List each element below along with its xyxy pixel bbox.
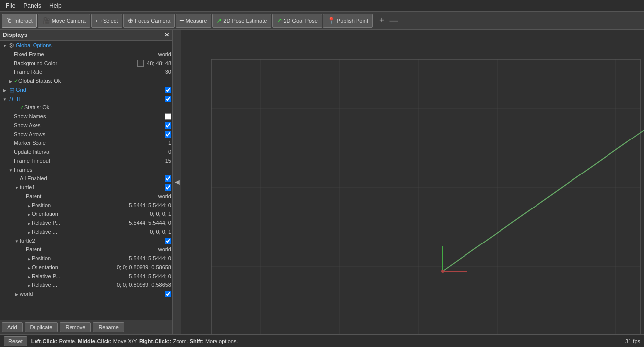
displays-panel: Displays ✕ ⚙ Global Options Fixed Frame … bbox=[0, 30, 173, 334]
goal-pose-icon: ↗ bbox=[277, 17, 282, 24]
toolbar-remove-icon[interactable]: — bbox=[388, 15, 400, 26]
frame-timeout-label: Frame Timeout bbox=[14, 158, 163, 164]
goal-pose-button[interactable]: ↗ 2D Goal Pose bbox=[272, 14, 322, 28]
tf-row[interactable]: TF TF bbox=[0, 94, 172, 103]
menu-file[interactable]: File bbox=[2, 1, 19, 10]
world-checkbox[interactable] bbox=[165, 291, 171, 297]
turtle2-orientation-label: Orientation bbox=[32, 264, 115, 270]
turtle2-position-arrow bbox=[26, 256, 32, 261]
turtle1-position-arrow bbox=[26, 203, 32, 208]
tf-status-row: ✓ Status: Ok bbox=[0, 103, 172, 112]
global-status-label: Global Status: Ok bbox=[18, 78, 171, 84]
grid-arrow bbox=[2, 87, 8, 93]
remove-button[interactable]: Remove bbox=[60, 322, 91, 332]
interact-button[interactable]: 🖱 Interact bbox=[2, 14, 37, 28]
frames-arrow bbox=[8, 167, 14, 173]
turtle2-position-row[interactable]: Position 5.5444; 5.5444; 0 bbox=[0, 254, 172, 263]
duplicate-button[interactable]: Duplicate bbox=[25, 322, 58, 332]
panel-collapse-arrow[interactable]: ◀ bbox=[173, 30, 181, 334]
rename-button[interactable]: Rename bbox=[93, 322, 124, 332]
turtle1-relative-dots-arrow bbox=[26, 229, 32, 235]
publish-point-icon: 📍 bbox=[327, 17, 335, 24]
measure-icon: ━ bbox=[180, 17, 184, 24]
turtle2-label: turtle2 bbox=[20, 238, 165, 243]
publish-point-button[interactable]: 📍 Publish Point bbox=[323, 14, 373, 28]
turtle1-row[interactable]: turtle1 bbox=[0, 183, 172, 192]
frames-row[interactable]: Frames bbox=[0, 165, 172, 174]
turtle2-relative-dots-row[interactable]: Relative ... 0; 0; 0.80989; 0.58658 bbox=[0, 280, 172, 289]
tf-status-label: Status: Ok bbox=[24, 104, 171, 110]
viewport[interactable] bbox=[181, 30, 644, 334]
turtle1-relativep-value: 5.5444; 5.5444; 0 bbox=[129, 220, 171, 226]
select-icon: ▭ bbox=[96, 17, 102, 24]
turtle1-orientation-row[interactable]: Orientation 0; 0; 0; 1 bbox=[0, 209, 172, 218]
grid-svg bbox=[181, 30, 644, 334]
turtle2-relativep-row[interactable]: Relative P... 5.5444; 5.5444; 0 bbox=[0, 272, 172, 280]
show-axes-checkbox[interactable] bbox=[165, 122, 171, 129]
global-options-label: Global Options bbox=[16, 42, 171, 48]
grid-row[interactable]: ⊞ Grid bbox=[0, 85, 172, 94]
turtle2-relativep-label: Relative P... bbox=[32, 273, 127, 279]
turtle1-checkbox[interactable] bbox=[165, 184, 171, 191]
measure-button[interactable]: ━ Measure bbox=[176, 14, 211, 28]
menu-panels[interactable]: Panels bbox=[19, 1, 45, 10]
tf-label: TF bbox=[16, 96, 165, 102]
global-options-arrow bbox=[2, 43, 8, 48]
turtle1-relativep-arrow bbox=[26, 220, 32, 226]
frames-label: Frames bbox=[14, 167, 171, 173]
pose-estimate-button[interactable]: ↗ 2D Pose Estimate bbox=[212, 14, 271, 28]
reset-button[interactable]: Reset bbox=[4, 336, 27, 346]
frame-rate-row: Frame Rate 30 bbox=[0, 68, 172, 76]
viewport-inner bbox=[181, 30, 644, 334]
world-label: world bbox=[20, 291, 165, 297]
world-row[interactable]: world bbox=[0, 289, 172, 298]
turtle2-parent-value: world bbox=[158, 246, 171, 252]
svg-rect-1 bbox=[211, 59, 640, 334]
tf-icon: TF bbox=[8, 96, 16, 102]
show-names-checkbox[interactable] bbox=[165, 113, 171, 120]
svg-point-8 bbox=[441, 270, 444, 273]
turtle1-parent-row: Parent world bbox=[0, 192, 172, 201]
show-arrows-checkbox[interactable] bbox=[165, 131, 171, 138]
displays-close-button[interactable]: ✕ bbox=[164, 32, 169, 38]
grid-checkbox[interactable] bbox=[165, 87, 171, 93]
turtle1-relative-dots-row[interactable]: Relative ... 0; 0; 0; 1 bbox=[0, 227, 172, 236]
update-interval-label: Update Interval bbox=[14, 149, 166, 155]
background-color-label: Background Color bbox=[14, 60, 137, 66]
background-color-row: Background Color 48; 48; 48 bbox=[0, 59, 172, 68]
turtle1-position-row[interactable]: Position 5.5444; 5.5444; 0 bbox=[0, 201, 172, 209]
displays-title: Displays bbox=[3, 32, 27, 38]
show-names-row: Show Names bbox=[0, 112, 172, 121]
turtle2-orientation-row[interactable]: Orientation 0; 0; 0.80989; 0.58658 bbox=[0, 263, 172, 272]
displays-content[interactable]: ⚙ Global Options Fixed Frame world Backg… bbox=[0, 41, 172, 320]
tf-arrow bbox=[2, 96, 8, 102]
tf-checkbox[interactable] bbox=[165, 96, 171, 102]
turtle2-row[interactable]: turtle2 bbox=[0, 236, 172, 245]
global-status-row: ✓ Global Status: Ok bbox=[0, 76, 172, 85]
all-enabled-checkbox[interactable] bbox=[165, 175, 171, 182]
main-area: Displays ✕ ⚙ Global Options Fixed Frame … bbox=[0, 30, 644, 334]
select-button[interactable]: ▭ Select bbox=[91, 14, 123, 28]
statusbar: Reset Left-Click: Rotate. Middle-Click: … bbox=[0, 334, 644, 347]
turtle1-position-label: Position bbox=[32, 202, 127, 208]
focus-camera-button[interactable]: ⊕ Focus Camera bbox=[123, 14, 175, 28]
turtle1-orientation-value: 0; 0; 0; 1 bbox=[150, 211, 171, 217]
interact-icon: 🖱 bbox=[6, 17, 13, 24]
turtle1-label: turtle1 bbox=[20, 184, 165, 190]
fixed-frame-row: Fixed Frame world bbox=[0, 50, 172, 59]
show-names-label: Show Names bbox=[14, 113, 165, 119]
show-arrows-row: Show Arrows bbox=[0, 130, 172, 139]
show-axes-row: Show Axes bbox=[0, 121, 172, 130]
move-camera-button[interactable]: 🎥 Move Camera bbox=[38, 14, 90, 28]
turtle2-relativep-value: 5.5444; 5.5444; 0 bbox=[129, 273, 171, 279]
turtle1-orientation-label: Orientation bbox=[32, 211, 148, 217]
turtle2-orientation-value: 0; 0; 0.80989; 0.58658 bbox=[117, 264, 171, 270]
add-button[interactable]: Add bbox=[2, 322, 23, 332]
background-color-swatch bbox=[137, 60, 144, 67]
toolbar-add-icon[interactable]: + bbox=[377, 15, 387, 26]
turtle2-checkbox[interactable] bbox=[165, 238, 171, 244]
status-move: Move X/Y. bbox=[113, 338, 139, 344]
menu-help[interactable]: Help bbox=[45, 1, 66, 10]
global-options-row[interactable]: ⚙ Global Options bbox=[0, 41, 172, 50]
turtle1-relativep-row[interactable]: Relative P... 5.5444; 5.5444; 0 bbox=[0, 218, 172, 227]
